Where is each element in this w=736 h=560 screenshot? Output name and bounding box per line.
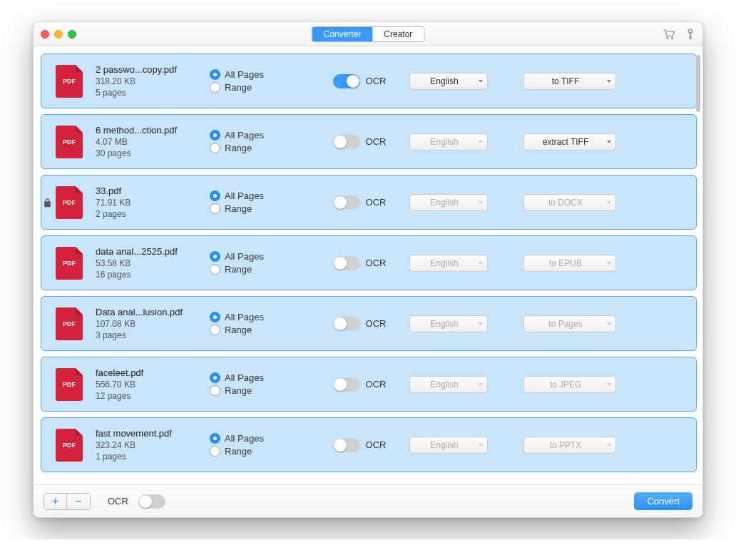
- footer-ocr-label: OCR: [108, 496, 128, 506]
- ocr-toggle[interactable]: [333, 135, 360, 149]
- chevron-down-icon: [479, 80, 483, 83]
- file-info: Data anal...lusion.pdf107.08 KB3 pages: [96, 307, 203, 340]
- ocr-label: OCR: [366, 439, 387, 450]
- chevron-down-icon: [479, 262, 483, 265]
- ocr-toggle[interactable]: [333, 377, 360, 392]
- file-pages: 16 pages: [96, 270, 203, 280]
- titlebar: Converter Creator: [34, 22, 702, 46]
- file-name: 6 method...ction.pdf: [96, 125, 203, 136]
- convert-button[interactable]: Convert: [634, 492, 692, 510]
- scrollbar[interactable]: [696, 55, 700, 112]
- all-pages-radio[interactable]: All Pages: [210, 69, 302, 80]
- file-pages: 30 pages: [96, 148, 203, 158]
- language-select[interactable]: English: [409, 73, 488, 90]
- ocr-toggle[interactable]: [333, 195, 360, 210]
- ocr-group: OCR: [324, 195, 395, 210]
- range-radio[interactable]: Range: [210, 446, 302, 457]
- pdf-icon: PDF: [56, 126, 83, 158]
- ocr-toggle[interactable]: [333, 256, 360, 270]
- language-select: English: [409, 255, 488, 272]
- page-range-group: All PagesRange: [210, 128, 302, 156]
- file-name: fast movement.pdf: [96, 428, 203, 439]
- file-row[interactable]: PDF2 passwo...copy.pdf318.20 KB5 pagesAl…: [41, 54, 697, 108]
- tab-converter[interactable]: Converter: [312, 27, 373, 41]
- add-file-button[interactable]: +: [44, 494, 67, 509]
- ocr-toggle[interactable]: [333, 317, 360, 331]
- file-pages: 5 pages: [96, 88, 203, 98]
- ocr-group: OCR: [324, 438, 395, 452]
- traffic-lights: [41, 30, 76, 39]
- chevron-down-icon: [607, 201, 611, 204]
- format-select[interactable]: to JPEG: [523, 376, 616, 393]
- tab-creator[interactable]: Creator: [372, 27, 424, 41]
- all-pages-radio[interactable]: All Pages: [210, 312, 302, 322]
- ocr-toggle[interactable]: [333, 74, 360, 88]
- file-size: 323.24 KB: [96, 440, 203, 450]
- format-select[interactable]: to Pages: [523, 315, 616, 332]
- page-range-group: All PagesRange: [210, 188, 302, 216]
- range-radio[interactable]: Range: [210, 143, 302, 153]
- all-pages-radio[interactable]: All Pages: [210, 433, 302, 444]
- svg-point-1: [671, 37, 673, 39]
- file-row[interactable]: PDFdata anal...2525.pdf53.58 KB16 pagesA…: [41, 235, 697, 290]
- svg-point-2: [688, 29, 692, 32]
- range-radio[interactable]: Range: [210, 82, 302, 93]
- ocr-group: OCR: [324, 135, 395, 149]
- format-select[interactable]: to TIFF: [523, 73, 616, 90]
- language-select: English: [409, 194, 488, 211]
- close-window-button[interactable]: [41, 30, 49, 39]
- language-select: English: [409, 315, 488, 332]
- file-pages: 3 pages: [96, 330, 203, 340]
- pdf-icon: PDF: [56, 247, 83, 280]
- file-row[interactable]: PDF6 method...ction.pdf4.07 MB30 pagesAl…: [41, 114, 697, 169]
- chevron-down-icon: [479, 322, 483, 325]
- zoom-window-button[interactable]: [68, 30, 76, 39]
- range-radio[interactable]: Range: [210, 264, 302, 275]
- all-pages-radio[interactable]: All Pages: [210, 372, 302, 383]
- chevron-down-icon: [607, 262, 611, 265]
- ocr-group: OCR: [324, 377, 395, 392]
- all-pages-radio[interactable]: All Pages: [210, 130, 302, 141]
- ocr-label: OCR: [366, 76, 387, 86]
- range-radio[interactable]: Range: [210, 203, 302, 214]
- format-select[interactable]: to EPUB: [523, 255, 616, 272]
- file-size: 318.20 KB: [96, 76, 203, 86]
- page-range-group: All PagesRange: [210, 67, 302, 95]
- file-info: 2 passwo...copy.pdf318.20 KB5 pages: [96, 64, 203, 98]
- chevron-down-icon: [607, 141, 611, 143]
- remove-file-button[interactable]: −: [67, 494, 90, 509]
- footer-ocr-toggle[interactable]: [138, 494, 165, 509]
- language-select: English: [409, 133, 488, 151]
- chevron-down-icon: [607, 322, 611, 325]
- pdf-icon: PDF: [56, 307, 83, 340]
- file-row[interactable]: PDFfaceleet.pdf556.70 KB12 pagesAll Page…: [41, 357, 697, 412]
- file-row[interactable]: PDFData anal...lusion.pdf107.08 KB3 page…: [41, 296, 697, 351]
- ocr-label: OCR: [366, 318, 387, 329]
- format-select[interactable]: extract TIFF: [523, 133, 616, 151]
- key-icon[interactable]: [685, 29, 695, 40]
- file-name: Data anal...lusion.pdf: [96, 307, 203, 317]
- format-select[interactable]: to PPTX: [523, 437, 616, 454]
- page-range-group: All PagesRange: [210, 310, 302, 337]
- cart-icon[interactable]: [663, 29, 675, 40]
- pdf-icon: PDF: [56, 429, 83, 462]
- mode-segmented-control: Converter Creator: [312, 26, 425, 42]
- ocr-label: OCR: [366, 258, 387, 268]
- range-radio[interactable]: Range: [210, 325, 302, 335]
- chevron-down-icon: [479, 201, 483, 204]
- format-select[interactable]: to DOCX: [523, 194, 616, 211]
- all-pages-radio[interactable]: All Pages: [210, 251, 302, 262]
- chevron-down-icon: [607, 444, 611, 447]
- minimize-window-button[interactable]: [54, 30, 63, 39]
- range-radio[interactable]: Range: [210, 385, 302, 396]
- file-list: PDF2 passwo...copy.pdf318.20 KB5 pagesAl…: [34, 46, 702, 484]
- footer: + − OCR Convert: [34, 484, 702, 517]
- file-row[interactable]: PDF33.pdf71.91 KB2 pagesAll PagesRangeOC…: [41, 175, 697, 230]
- lock-icon: [43, 198, 52, 208]
- titlebar-right: [663, 29, 695, 40]
- file-info: data anal...2525.pdf53.58 KB16 pages: [96, 246, 203, 280]
- ocr-toggle[interactable]: [333, 438, 360, 452]
- file-name: 2 passwo...copy.pdf: [96, 64, 203, 75]
- file-row[interactable]: PDFfast movement.pdf323.24 KB1 pagesAll …: [41, 417, 697, 472]
- all-pages-radio[interactable]: All Pages: [210, 190, 302, 201]
